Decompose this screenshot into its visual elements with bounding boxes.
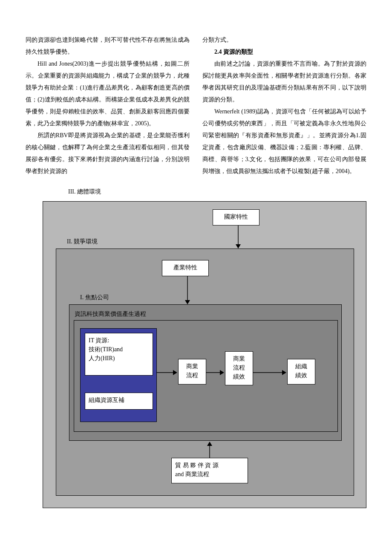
para-right-1: 分類方式。 — [202, 34, 366, 46]
box-it-resources: IT 資源: 技術(TIR)and 人力(HIR) — [85, 333, 153, 376]
bpp-line3: 績效 — [229, 372, 249, 381]
inner-process-title: 資訊科技商業價值產生過程 — [75, 308, 146, 320]
inner-frame: IT 資源: 技術(TIR)and 人力(HIR) 組織資源互補 商業 流程 — [74, 320, 338, 432]
it-line3: 人力(HIR) — [89, 354, 149, 363]
column-left: 同的資源卻也達到策略代替，則不可替代性不存在將無法成為持久性競爭優勢。 Hill… — [26, 34, 190, 177]
svg-marker-9 — [282, 370, 286, 375]
layer2-label: II. 競爭環境 — [67, 236, 98, 248]
box-industry-label: 產業特性 — [173, 264, 197, 271]
text-columns: 同的資源卻也達到策略代替，則不可替代性不存在將無法成為持久性競爭優勢。 Hill… — [26, 34, 366, 177]
para-left-1: 同的資源卻也達到策略代替，則不可替代性不存在將無法成為持久性競爭優勢。 — [26, 34, 190, 58]
para-right-3: Wernerfelt (1989)認為，資源可包含「任何被認為可以給予公司優勢或… — [202, 106, 366, 177]
arrow-industry-down-icon — [183, 276, 192, 306]
box-business-process-performance: 商業 流程 績效 — [225, 351, 253, 385]
op-line1: 組織 — [291, 362, 311, 371]
layer-competitive-environment: 產業特性 I. 焦點公司 資訊科技商業價值產生過程 IT 資源: 技術(TIR)… — [56, 249, 354, 496]
op-line2: 績效 — [291, 371, 311, 380]
arrow-it-to-bp-icon — [157, 368, 178, 377]
box-business-process: 商業 流程 — [178, 359, 206, 384]
box-industry-characteristics: 產業特性 — [162, 260, 209, 276]
bp-line1: 商業 — [182, 362, 202, 371]
arrow-partner-up-icon — [205, 441, 214, 460]
column-right: 分類方式。 2.4 資源的類型 由前述之討論，資源的重要性不言而喻。為了對於資源… — [202, 34, 366, 177]
bpp-line2: 流程 — [229, 363, 249, 372]
arrow-nation-down-icon — [234, 225, 242, 249]
diagram-overall-environment: 國家特性 II. 競爭環境 產業特性 I. 焦點公司 資訊科技商業價值產生過程 … — [43, 201, 366, 508]
layer1-label: I. 焦點公司 — [80, 292, 109, 304]
box-complementary-resources: 組織資源互補 — [85, 393, 153, 410]
section-heading-2-4: 2.4 資源的類型 — [202, 46, 366, 58]
svg-marker-7 — [220, 370, 224, 375]
svg-marker-3 — [185, 300, 190, 304]
box-org-performance: 組織 績效 — [287, 359, 315, 384]
diagram-title: III. 總體環境 — [68, 186, 366, 198]
para-right-2: 由前述之討論，資源的重要性不言而喻。為了對於資源的探討能更具效率與全面性，相關學… — [202, 58, 366, 106]
box-national-label: 國家特性 — [224, 214, 248, 220]
para-left-2: Hill and Jones(2003)進一步提出競爭優勢結構，如圖二所示。企業… — [26, 58, 190, 130]
complementary-label: 組織資源互補 — [89, 397, 124, 403]
box-national-characteristics: 國家特性 — [213, 209, 259, 225]
svg-marker-11 — [207, 442, 212, 446]
para-left-3: 所謂的RBV即是將資源視為企業的基礎，是企業能否獲利的核心關鍵，也解釋了為何企業… — [26, 130, 190, 177]
partner-line2: and 商業流程 — [175, 470, 244, 479]
bpp-line1: 商業 — [229, 354, 249, 363]
box-trade-partner: 貿 易 夥 伴 資 源 and 商業流程 — [171, 458, 248, 483]
bp-line2: 流程 — [182, 371, 202, 380]
arrow-bpp-to-op-icon — [253, 368, 287, 377]
arrow-bp-to-bpp-icon — [206, 368, 225, 377]
svg-marker-5 — [173, 370, 177, 375]
it-line2: 技術(TIR)and — [89, 345, 149, 354]
it-line1: IT 資源: — [89, 336, 149, 345]
svg-marker-1 — [236, 244, 241, 249]
layer-focal-company: 資訊科技商業價值產生過程 IT 資源: 技術(TIR)and 人力(HIR) 組… — [69, 304, 342, 441]
resource-group: IT 資源: 技術(TIR)and 人力(HIR) 組織資源互補 — [80, 328, 157, 422]
partner-line1: 貿 易 夥 伴 資 源 — [175, 461, 244, 470]
